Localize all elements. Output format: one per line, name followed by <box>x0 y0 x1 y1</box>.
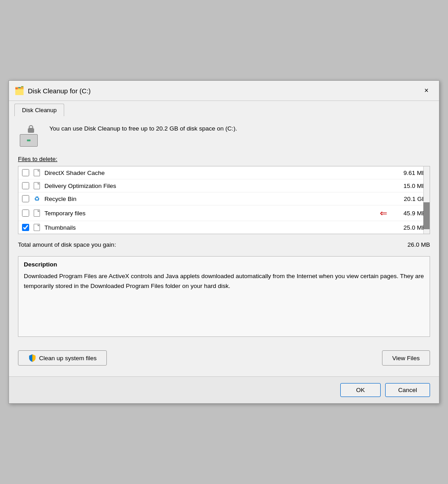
directx-name: DirectX Shader Cache <box>44 170 391 176</box>
title-bar: 🗂️ Disk Cleanup for (C:) × <box>9 81 439 101</box>
recycle-name: Recycle Bin <box>44 196 391 202</box>
doc-icon-2 <box>33 182 41 190</box>
action-buttons: Clean up system files View Files <box>18 346 430 368</box>
description-text: Downloaded Program Files are ActiveX con… <box>24 271 424 291</box>
recycle-icon: ♻ <box>33 195 41 203</box>
file-list: DirectX Shader Cache 9.61 MB Delivery Op… <box>18 166 430 234</box>
clean-system-label: Clean up system files <box>39 355 97 362</box>
thumbnails-name: Thumbnails <box>44 224 391 231</box>
lock-icon <box>28 125 34 133</box>
directx-size: 9.61 MB <box>395 170 426 176</box>
description-box: Description Downloaded Program Files are… <box>18 256 430 337</box>
delivery-checkbox[interactable] <box>22 182 29 189</box>
view-files-button[interactable]: View Files <box>382 350 430 366</box>
directx-checkbox[interactable] <box>22 169 29 176</box>
thumbnails-size: 25.0 MB <box>395 224 426 231</box>
total-space-row: Total amount of disk space you gain: 26.… <box>18 240 430 249</box>
temp-checkbox[interactable] <box>22 209 29 217</box>
shield-uac-icon <box>28 354 36 362</box>
recycle-checkbox[interactable] <box>22 195 29 202</box>
list-item: Temporary files ⇐ 45.9 MB <box>18 205 430 221</box>
disk-cleanup-window: 🗂️ Disk Cleanup for (C:) × Disk Cleanup <box>9 80 439 404</box>
clean-system-button[interactable]: Clean up system files <box>18 350 107 366</box>
title-bar-left: 🗂️ Disk Cleanup for (C:) <box>14 86 91 96</box>
description-title: Description <box>24 261 424 268</box>
list-item: Thumbnails 25.0 MB <box>18 221 430 234</box>
total-label: Total amount of disk space you gain: <box>18 241 116 248</box>
delivery-name: Delivery Optimization Files <box>44 183 391 189</box>
list-item: ♻ Recycle Bin 20.1 GB <box>18 192 430 205</box>
recycle-size: 20.1 GB <box>395 196 426 202</box>
tab-disk-cleanup[interactable]: Disk Cleanup <box>14 104 64 116</box>
header-description: You can use Disk Cleanup to free up to 2… <box>49 124 237 133</box>
thumbnails-checkbox[interactable] <box>22 224 29 231</box>
header-section: You can use Disk Cleanup to free up to 2… <box>18 124 430 147</box>
view-files-label: View Files <box>392 355 420 362</box>
window-title: Disk Cleanup for (C:) <box>28 87 91 95</box>
list-item: DirectX Shader Cache 9.61 MB <box>18 166 430 179</box>
files-section-label: Files to delete: <box>18 156 430 162</box>
total-value: 26.0 MB <box>408 241 430 248</box>
doc-icon-1 <box>33 169 41 177</box>
delivery-size: 15.0 MB <box>395 183 426 189</box>
tab-bar: Disk Cleanup <box>9 101 439 116</box>
list-item: Delivery Optimization Files 15.0 MB <box>18 179 430 192</box>
arrow-annotation: ⇐ <box>380 208 387 218</box>
close-button[interactable]: × <box>419 84 434 97</box>
doc-icon-4 <box>33 209 41 217</box>
doc-icon-5 <box>33 223 41 231</box>
file-list-container: DirectX Shader Cache 9.61 MB Delivery Op… <box>18 166 430 234</box>
header-icons <box>18 124 43 147</box>
temp-size: 45.9 MB <box>395 210 426 217</box>
cancel-button[interactable]: Cancel <box>385 383 430 397</box>
windows-icon <box>18 124 27 133</box>
drive-icon <box>20 134 38 147</box>
bottom-bar: OK Cancel <box>9 376 439 403</box>
temp-name: Temporary files <box>44 210 373 217</box>
content-area: You can use Disk Cleanup to free up to 2… <box>9 116 439 376</box>
folder-icon: 🗂️ <box>14 86 24 96</box>
files-section: Files to delete: DirectX Shader Cache 9.… <box>18 156 430 234</box>
ok-button[interactable]: OK <box>340 383 381 397</box>
scrollbar-thumb[interactable] <box>423 202 430 229</box>
scrollbar-track <box>423 166 430 234</box>
